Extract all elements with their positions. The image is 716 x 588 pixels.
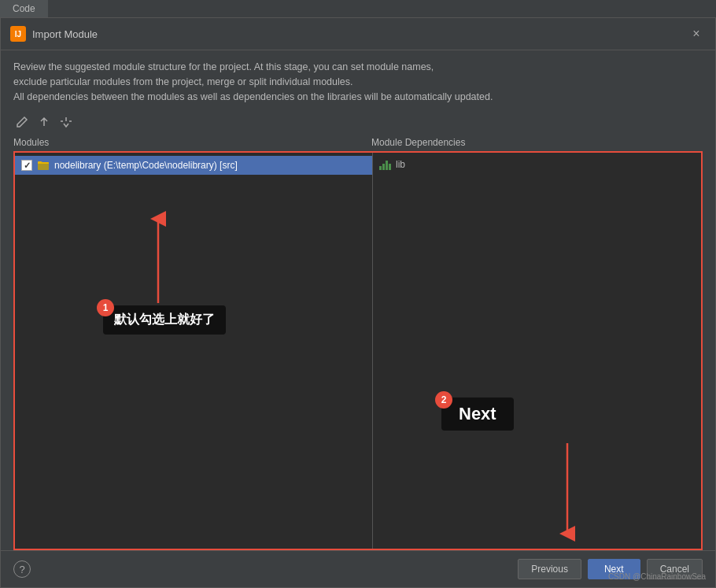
move-up-icon: [38, 116, 50, 128]
deps-panel: lib: [373, 153, 701, 549]
code-tab[interactable]: Code: [0, 0, 48, 17]
close-button[interactable]: ×: [687, 24, 706, 43]
deps-bar-icon: [379, 159, 391, 170]
columns-labels: Modules Module Dependencies: [13, 137, 703, 148]
watermark: CSDN @ChinaRainbowSea: [608, 572, 706, 581]
top-bar: Code: [0, 0, 716, 17]
deps-name: lib: [396, 159, 405, 170]
move-up-button[interactable]: [35, 113, 53, 131]
checkbox-check: ✓: [24, 161, 31, 171]
deps-item: lib: [379, 156, 695, 173]
modules-column-label: Modules: [13, 137, 371, 148]
deps-column-label: Module Dependencies: [371, 137, 703, 148]
desc-line1: Review the suggested module structure fo…: [13, 60, 703, 75]
previous-button[interactable]: Previous: [518, 559, 581, 579]
folder-icon: [37, 159, 50, 172]
title-left: IJ Import Module: [10, 26, 98, 42]
dialog-titlebar: IJ Import Module ×: [1, 18, 715, 50]
edit-button[interactable]: [13, 113, 31, 131]
modules-panel: ✓ nodelibrary (E:\temp\Code\nodelibrary)…: [15, 153, 373, 549]
dialog-title: Import Module: [32, 28, 98, 40]
dialog-footer: ? Previous Next Cancel: [1, 550, 715, 587]
edit-icon: [16, 116, 28, 128]
module-item[interactable]: ✓ nodelibrary (E:\temp\Code\nodelibrary)…: [15, 156, 372, 175]
footer-left: ?: [13, 560, 31, 578]
import-module-dialog: IJ Import Module × Review the suggested …: [0, 17, 716, 588]
dialog-icon: IJ: [10, 26, 26, 42]
tab-label: Code: [13, 3, 35, 14]
dialog-description: Review the suggested module structure fo…: [1, 50, 715, 110]
help-button[interactable]: ?: [13, 560, 31, 578]
split-icon: [60, 116, 72, 128]
module-checkbox[interactable]: ✓: [21, 160, 32, 171]
desc-line2: exclude particular modules from the proj…: [13, 75, 703, 90]
desc-line3: All dependencies between the modules as …: [13, 90, 703, 105]
module-name: nodelibrary (E:\temp\Code\nodelibrary) […: [54, 160, 238, 171]
dialog-content: Modules Module Dependencies ✓ nodelibrar…: [1, 134, 715, 550]
toolbar: [1, 110, 715, 134]
split-button[interactable]: [57, 113, 75, 131]
panels-area: ✓ nodelibrary (E:\temp\Code\nodelibrary)…: [13, 151, 703, 550]
